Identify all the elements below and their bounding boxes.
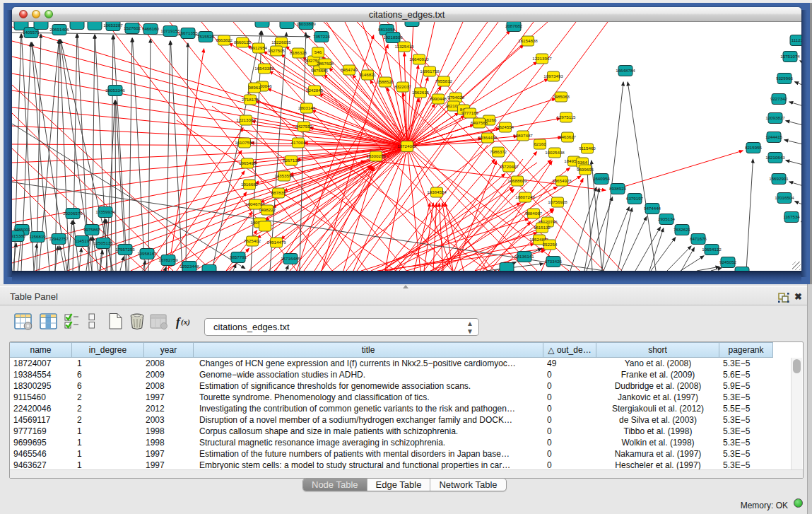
svg-text:17957255: 17957255 <box>115 247 135 252</box>
svg-text:12093827: 12093827 <box>765 115 785 120</box>
svg-text:16154838: 16154838 <box>518 38 538 43</box>
svg-text:20691406: 20691406 <box>49 27 69 32</box>
svg-text:7663822: 7663822 <box>216 37 233 42</box>
svg-text:10653287: 10653287 <box>103 23 123 28</box>
svg-text:14914479: 14914479 <box>266 240 286 245</box>
svg-text:19384554: 19384554 <box>427 189 447 194</box>
svg-text:9329966: 9329966 <box>776 76 794 81</box>
svg-text:8186328: 8186328 <box>290 50 307 55</box>
svg-text:9474444: 9474444 <box>644 206 661 211</box>
svg-text:1527602: 1527602 <box>124 25 141 30</box>
svg-text:9699695: 9699695 <box>577 167 594 172</box>
svg-text:252254: 252254 <box>543 242 558 247</box>
svg-text:11123: 11123 <box>792 37 801 42</box>
svg-text:1965498: 1965498 <box>239 160 257 165</box>
svg-text:19218506: 19218506 <box>383 35 403 40</box>
svg-text:9777169: 9777169 <box>461 110 479 115</box>
svg-text:12942757: 12942757 <box>49 236 69 241</box>
svg-text:12505135: 12505135 <box>93 240 113 245</box>
svg-text:12213967: 12213967 <box>532 56 552 61</box>
svg-text:16543382: 16543382 <box>254 66 274 71</box>
svg-text:1588520: 1588520 <box>377 79 394 84</box>
svg-text:8322037: 8322037 <box>394 84 412 89</box>
svg-text:16671355: 16671355 <box>178 30 198 35</box>
svg-text:98961: 98961 <box>248 85 261 90</box>
svg-text:12975115: 12975115 <box>556 115 576 119</box>
svg-text:16961758: 16961758 <box>420 69 440 74</box>
svg-text:1733426: 1733426 <box>545 259 563 264</box>
svg-text:7625402: 7625402 <box>244 238 261 243</box>
svg-text:9884067: 9884067 <box>525 211 543 216</box>
svg-text:15716485: 15716485 <box>281 256 300 261</box>
svg-text:(x): (x) <box>181 317 190 327</box>
svg-text:1405571: 1405571 <box>23 30 40 35</box>
svg-text:7632621: 7632621 <box>673 227 691 232</box>
svg-text:28053346: 28053346 <box>105 88 125 93</box>
svg-text:6466160: 6466160 <box>142 26 160 31</box>
svg-text:9227342: 9227342 <box>770 96 788 101</box>
svg-text:20206576: 20206576 <box>63 211 83 216</box>
svg-text:17016504: 17016504 <box>775 195 794 200</box>
svg-text:1244415: 1244415 <box>765 134 783 139</box>
svg-text:20364436: 20364436 <box>478 135 498 140</box>
svg-text:2803144: 2803144 <box>298 105 316 110</box>
svg-text:2935134: 2935134 <box>658 216 676 221</box>
svg-text:546: 546 <box>314 49 322 54</box>
svg-text:3624554: 3624554 <box>497 124 514 129</box>
svg-text:8427552: 8427552 <box>295 124 313 129</box>
svg-text:15720407: 15720407 <box>499 164 519 169</box>
svg-text:16033809: 16033809 <box>296 22 316 26</box>
svg-text:19654923: 19654923 <box>552 178 572 183</box>
svg-text:9794028: 9794028 <box>447 95 465 100</box>
svg-text:16640910: 16640910 <box>409 57 429 62</box>
svg-text:1916682: 1916682 <box>241 182 259 187</box>
svg-text:16107553: 16107553 <box>235 140 254 145</box>
svg-text:8938923: 8938923 <box>609 186 627 191</box>
svg-text:9115460: 9115460 <box>579 146 596 151</box>
svg-text:18807249: 18807249 <box>515 194 535 199</box>
svg-text:18724007: 18724007 <box>397 144 417 148</box>
svg-text:10025438: 10025438 <box>545 150 565 155</box>
svg-text:17359934: 17359934 <box>95 209 115 214</box>
svg-text:10654122: 10654122 <box>702 247 722 252</box>
svg-text:10688609: 10688609 <box>507 178 527 183</box>
svg-text:8813054: 8813054 <box>378 27 396 32</box>
svg-text:8471676: 8471676 <box>690 236 707 241</box>
svg-text:8912954: 8912954 <box>250 45 268 50</box>
svg-text:8267130: 8267130 <box>283 158 300 163</box>
svg-text:3915380: 3915380 <box>12 233 26 238</box>
svg-text:7986372: 7986372 <box>490 149 507 154</box>
svg-text:16782759: 16782759 <box>158 257 178 262</box>
svg-text:9327505: 9327505 <box>268 48 286 53</box>
svg-text:1156819: 1156819 <box>29 234 46 239</box>
svg-text:16648784: 16648784 <box>616 68 635 73</box>
svg-text:6497568: 6497568 <box>471 120 488 125</box>
svg-text:62160: 62160 <box>534 141 546 146</box>
svg-text:15751074: 15751074 <box>780 54 800 59</box>
svg-text:14353594: 14353594 <box>274 173 294 178</box>
svg-text:417004: 417004 <box>291 140 306 145</box>
svg-text:10756928: 10756928 <box>548 199 567 204</box>
svg-text:9242845: 9242845 <box>306 88 324 93</box>
svg-text:10958167: 10958167 <box>137 251 157 256</box>
svg-text:6379197: 6379197 <box>626 196 644 201</box>
svg-text:7357224: 7357224 <box>313 34 331 39</box>
svg-text:9245052: 9245052 <box>719 259 737 264</box>
svg-text:2087682: 2087682 <box>505 23 523 28</box>
svg-text:2867608: 2867608 <box>317 61 334 66</box>
svg-text:9463627: 9463627 <box>559 134 577 139</box>
svg-text:8215955: 8215955 <box>745 145 763 150</box>
svg-text:1615132: 1615132 <box>534 225 551 230</box>
svg-text:1498222: 1498222 <box>259 207 276 212</box>
svg-text:10719155: 10719155 <box>160 28 180 33</box>
svg-text:10973493: 10973493 <box>543 74 563 78</box>
svg-text:8660125: 8660125 <box>234 40 252 45</box>
svg-text:12213383: 12213383 <box>236 117 256 122</box>
svg-text:10807487: 10807487 <box>513 133 533 138</box>
svg-text:15692901: 15692901 <box>769 176 789 181</box>
svg-text:2718176: 2718176 <box>242 97 259 102</box>
svg-text:7955812: 7955812 <box>435 78 453 83</box>
svg-text:1640954: 1640954 <box>593 176 611 181</box>
svg-text:1167534: 1167534 <box>783 214 800 219</box>
svg-text:887835: 887835 <box>271 190 286 195</box>
